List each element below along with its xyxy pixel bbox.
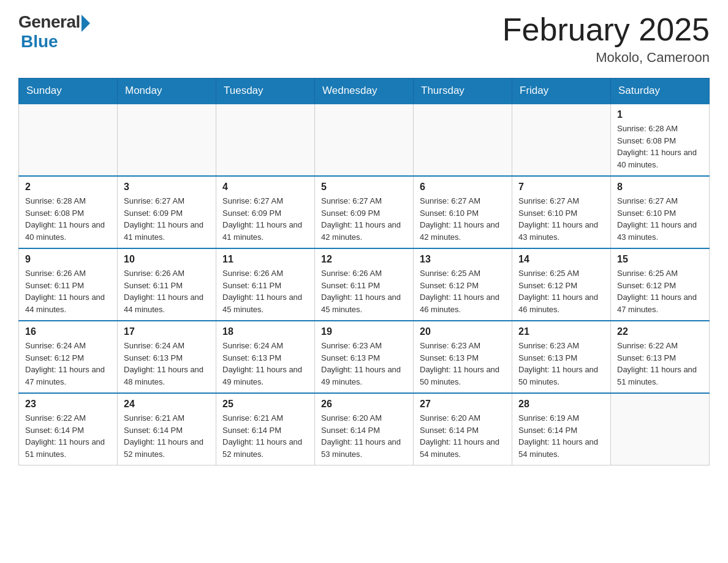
calendar-cell bbox=[611, 393, 710, 465]
day-number: 28 bbox=[518, 399, 604, 410]
logo-arrow-icon bbox=[82, 15, 90, 32]
day-info: Sunrise: 6:26 AMSunset: 6:11 PMDaylight:… bbox=[321, 267, 407, 315]
calendar-cell: 4Sunrise: 6:27 AMSunset: 6:09 PMDaylight… bbox=[216, 176, 315, 248]
day-of-week-header: Saturday bbox=[611, 79, 710, 104]
calendar-week-row: 2Sunrise: 6:28 AMSunset: 6:08 PMDaylight… bbox=[19, 176, 710, 248]
day-info: Sunrise: 6:22 AMSunset: 6:14 PMDaylight:… bbox=[25, 412, 111, 460]
title-section: February 2025 Mokolo, Cameroon bbox=[502, 12, 710, 66]
calendar-cell: 8Sunrise: 6:27 AMSunset: 6:10 PMDaylight… bbox=[611, 176, 710, 248]
calendar-cell: 17Sunrise: 6:24 AMSunset: 6:13 PMDayligh… bbox=[118, 321, 216, 393]
calendar-cell: 2Sunrise: 6:28 AMSunset: 6:08 PMDaylight… bbox=[19, 176, 118, 248]
day-number: 18 bbox=[222, 326, 308, 337]
day-number: 6 bbox=[420, 182, 506, 193]
calendar-cell: 11Sunrise: 6:26 AMSunset: 6:11 PMDayligh… bbox=[216, 248, 315, 321]
day-number: 8 bbox=[617, 182, 703, 193]
calendar-cell: 5Sunrise: 6:27 AMSunset: 6:09 PMDaylight… bbox=[315, 176, 414, 248]
page-title: February 2025 bbox=[502, 12, 710, 47]
day-info: Sunrise: 6:24 AMSunset: 6:13 PMDaylight:… bbox=[222, 340, 308, 388]
day-info: Sunrise: 6:20 AMSunset: 6:14 PMDaylight:… bbox=[420, 412, 506, 460]
day-number: 22 bbox=[617, 326, 703, 337]
calendar-cell: 23Sunrise: 6:22 AMSunset: 6:14 PMDayligh… bbox=[19, 393, 118, 465]
calendar-cell: 15Sunrise: 6:25 AMSunset: 6:12 PMDayligh… bbox=[611, 248, 710, 321]
calendar-cell: 19Sunrise: 6:23 AMSunset: 6:13 PMDayligh… bbox=[315, 321, 414, 393]
calendar-week-row: 23Sunrise: 6:22 AMSunset: 6:14 PMDayligh… bbox=[19, 393, 710, 465]
day-number: 16 bbox=[25, 326, 111, 337]
day-number: 27 bbox=[420, 399, 506, 410]
day-info: Sunrise: 6:24 AMSunset: 6:13 PMDaylight:… bbox=[124, 340, 210, 388]
day-info: Sunrise: 6:25 AMSunset: 6:12 PMDaylight:… bbox=[617, 267, 703, 315]
calendar-cell: 3Sunrise: 6:27 AMSunset: 6:09 PMDaylight… bbox=[118, 176, 216, 248]
day-number: 19 bbox=[321, 326, 407, 337]
page-subtitle: Mokolo, Cameroon bbox=[502, 50, 710, 66]
calendar-cell: 6Sunrise: 6:27 AMSunset: 6:10 PMDaylight… bbox=[414, 176, 512, 248]
day-of-week-header: Thursday bbox=[414, 79, 512, 104]
day-info: Sunrise: 6:27 AMSunset: 6:10 PMDaylight:… bbox=[518, 195, 604, 243]
calendar-cell: 27Sunrise: 6:20 AMSunset: 6:14 PMDayligh… bbox=[414, 393, 512, 465]
day-info: Sunrise: 6:26 AMSunset: 6:11 PMDaylight:… bbox=[222, 267, 308, 315]
calendar-cell: 9Sunrise: 6:26 AMSunset: 6:11 PMDaylight… bbox=[19, 248, 118, 321]
calendar-cell: 24Sunrise: 6:21 AMSunset: 6:14 PMDayligh… bbox=[118, 393, 216, 465]
day-info: Sunrise: 6:28 AMSunset: 6:08 PMDaylight:… bbox=[617, 123, 703, 170]
day-number: 12 bbox=[321, 254, 407, 265]
day-info: Sunrise: 6:21 AMSunset: 6:14 PMDaylight:… bbox=[222, 412, 308, 460]
day-info: Sunrise: 6:28 AMSunset: 6:08 PMDaylight:… bbox=[25, 195, 111, 243]
day-number: 26 bbox=[321, 399, 407, 410]
day-number: 24 bbox=[124, 399, 210, 410]
day-info: Sunrise: 6:23 AMSunset: 6:13 PMDaylight:… bbox=[420, 340, 506, 388]
calendar-cell: 14Sunrise: 6:25 AMSunset: 6:12 PMDayligh… bbox=[512, 248, 611, 321]
day-info: Sunrise: 6:27 AMSunset: 6:09 PMDaylight:… bbox=[222, 195, 308, 243]
day-number: 11 bbox=[222, 254, 308, 265]
calendar-cell: 13Sunrise: 6:25 AMSunset: 6:12 PMDayligh… bbox=[414, 248, 512, 321]
calendar-cell: 28Sunrise: 6:19 AMSunset: 6:14 PMDayligh… bbox=[512, 393, 611, 465]
day-number: 17 bbox=[124, 326, 210, 337]
day-of-week-header: Monday bbox=[118, 79, 216, 104]
calendar-week-row: 9Sunrise: 6:26 AMSunset: 6:11 PMDaylight… bbox=[19, 248, 710, 321]
calendar-cell bbox=[19, 104, 118, 176]
calendar-cell bbox=[118, 104, 216, 176]
day-info: Sunrise: 6:21 AMSunset: 6:14 PMDaylight:… bbox=[124, 412, 210, 460]
day-info: Sunrise: 6:25 AMSunset: 6:12 PMDaylight:… bbox=[420, 267, 506, 315]
day-number: 25 bbox=[222, 399, 308, 410]
calendar-cell: 1Sunrise: 6:28 AMSunset: 6:08 PMDaylight… bbox=[611, 104, 710, 176]
day-number: 5 bbox=[321, 182, 407, 193]
day-info: Sunrise: 6:26 AMSunset: 6:11 PMDaylight:… bbox=[124, 267, 210, 315]
day-number: 10 bbox=[124, 254, 210, 265]
day-number: 14 bbox=[518, 254, 604, 265]
day-number: 13 bbox=[420, 254, 506, 265]
day-info: Sunrise: 6:20 AMSunset: 6:14 PMDaylight:… bbox=[321, 412, 407, 460]
calendar-cell: 16Sunrise: 6:24 AMSunset: 6:12 PMDayligh… bbox=[19, 321, 118, 393]
day-number: 21 bbox=[518, 326, 604, 337]
day-info: Sunrise: 6:19 AMSunset: 6:14 PMDaylight:… bbox=[518, 412, 604, 460]
day-number: 2 bbox=[25, 182, 111, 193]
day-of-week-header: Tuesday bbox=[216, 79, 315, 104]
calendar-header: SundayMondayTuesdayWednesdayThursdayFrid… bbox=[19, 79, 710, 104]
calendar-cell: 18Sunrise: 6:24 AMSunset: 6:13 PMDayligh… bbox=[216, 321, 315, 393]
day-number: 15 bbox=[617, 254, 703, 265]
day-info: Sunrise: 6:27 AMSunset: 6:10 PMDaylight:… bbox=[617, 195, 703, 243]
day-number: 1 bbox=[617, 109, 703, 120]
day-info: Sunrise: 6:23 AMSunset: 6:13 PMDaylight:… bbox=[321, 340, 407, 388]
calendar-week-row: 1Sunrise: 6:28 AMSunset: 6:08 PMDaylight… bbox=[19, 104, 710, 176]
calendar-week-row: 16Sunrise: 6:24 AMSunset: 6:12 PMDayligh… bbox=[19, 321, 710, 393]
day-info: Sunrise: 6:22 AMSunset: 6:13 PMDaylight:… bbox=[617, 340, 703, 388]
logo-general-text: General bbox=[18, 12, 80, 32]
day-of-week-header: Friday bbox=[512, 79, 611, 104]
calendar-cell: 25Sunrise: 6:21 AMSunset: 6:14 PMDayligh… bbox=[216, 393, 315, 465]
calendar-cell: 12Sunrise: 6:26 AMSunset: 6:11 PMDayligh… bbox=[315, 248, 414, 321]
calendar-cell: 20Sunrise: 6:23 AMSunset: 6:13 PMDayligh… bbox=[414, 321, 512, 393]
day-number: 23 bbox=[25, 399, 111, 410]
day-number: 20 bbox=[420, 326, 506, 337]
day-of-week-header: Sunday bbox=[19, 79, 118, 104]
calendar-cell: 22Sunrise: 6:22 AMSunset: 6:13 PMDayligh… bbox=[611, 321, 710, 393]
calendar-cell: 26Sunrise: 6:20 AMSunset: 6:14 PMDayligh… bbox=[315, 393, 414, 465]
calendar-cell bbox=[216, 104, 315, 176]
calendar-cell: 10Sunrise: 6:26 AMSunset: 6:11 PMDayligh… bbox=[118, 248, 216, 321]
day-of-week-header: Wednesday bbox=[315, 79, 414, 104]
logo-blue-text: Blue bbox=[21, 32, 58, 52]
calendar-cell bbox=[512, 104, 611, 176]
calendar-cell: 21Sunrise: 6:23 AMSunset: 6:13 PMDayligh… bbox=[512, 321, 611, 393]
calendar-cell: 7Sunrise: 6:27 AMSunset: 6:10 PMDaylight… bbox=[512, 176, 611, 248]
day-number: 7 bbox=[518, 182, 604, 193]
day-info: Sunrise: 6:23 AMSunset: 6:13 PMDaylight:… bbox=[518, 340, 604, 388]
calendar-cell bbox=[315, 104, 414, 176]
